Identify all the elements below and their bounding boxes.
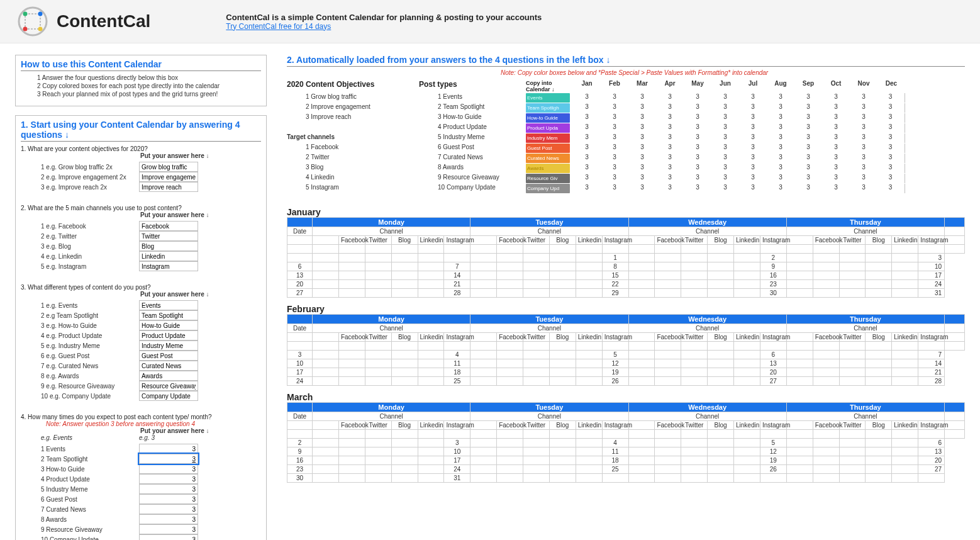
calendar-slot[interactable] bbox=[708, 474, 734, 483]
summary-target-cell[interactable]: 3 bbox=[767, 154, 794, 163]
summary-target-cell[interactable]: 3 bbox=[601, 123, 628, 133]
summary-target-cell[interactable]: 3 bbox=[684, 154, 711, 163]
calendar-slot[interactable] bbox=[813, 439, 839, 447]
q3-input[interactable] bbox=[139, 320, 198, 330]
calendar-slot[interactable] bbox=[813, 271, 839, 280]
calendar-slot[interactable] bbox=[734, 280, 760, 289]
calendar-slot[interactable] bbox=[365, 289, 391, 298]
calendar-date-cell[interactable]: 6 bbox=[760, 351, 786, 359]
calendar-slot[interactable] bbox=[813, 430, 839, 439]
calendar-end-cell[interactable]: 10 bbox=[918, 262, 945, 271]
calendar-slot[interactable] bbox=[523, 368, 550, 377]
calendar-date-cell[interactable] bbox=[760, 474, 786, 483]
calendar-slot[interactable] bbox=[549, 465, 576, 474]
summary-target-cell[interactable]: 3 bbox=[656, 103, 684, 113]
calendar-date-cell[interactable]: 2 bbox=[287, 439, 313, 447]
calendar-slot[interactable] bbox=[497, 351, 523, 359]
calendar-slot[interactable] bbox=[391, 271, 418, 280]
summary-target-cell[interactable]: 3 bbox=[573, 164, 601, 173]
calendar-slot[interactable] bbox=[576, 474, 602, 483]
summary-target-cell[interactable]: 3 bbox=[573, 103, 601, 113]
calendar-slot[interactable] bbox=[681, 465, 708, 474]
calendar-end-cell[interactable]: 31 bbox=[918, 289, 945, 298]
calendar-date-cell[interactable]: 4 bbox=[602, 439, 628, 447]
calendar-date-cell[interactable]: 3 bbox=[444, 439, 471, 447]
calendar-slot[interactable] bbox=[497, 289, 523, 298]
summary-target-cell[interactable]: 3 bbox=[767, 93, 794, 103]
calendar-date-cell[interactable]: 16 bbox=[760, 271, 786, 280]
calendar-slot[interactable] bbox=[786, 280, 813, 289]
calendar-slot[interactable] bbox=[497, 271, 523, 280]
calendar-slot[interactable] bbox=[892, 430, 918, 439]
calendar-slot[interactable] bbox=[576, 262, 602, 271]
calendar-slot[interactable] bbox=[523, 280, 550, 289]
calendar-slot[interactable] bbox=[760, 342, 786, 351]
calendar-slot[interactable] bbox=[734, 377, 760, 386]
calendar-slot[interactable] bbox=[391, 359, 418, 368]
calendar-slot[interactable] bbox=[549, 351, 576, 359]
calendar-slot[interactable] bbox=[549, 377, 576, 386]
calendar-slot[interactable] bbox=[576, 280, 602, 289]
q1-input[interactable] bbox=[139, 182, 198, 192]
calendar-date-cell[interactable]: 28 bbox=[444, 289, 471, 298]
calendar-slot[interactable] bbox=[338, 359, 365, 368]
calendar-blank-row[interactable] bbox=[945, 342, 965, 351]
summary-target-cell[interactable]: 3 bbox=[794, 164, 822, 173]
calendar-slot[interactable] bbox=[338, 280, 365, 289]
calendar-slot[interactable] bbox=[708, 447, 734, 456]
calendar-slot[interactable] bbox=[497, 359, 523, 368]
q3-input[interactable] bbox=[139, 371, 198, 381]
calendar-slot[interactable] bbox=[444, 342, 471, 351]
summary-target-cell[interactable]: 3 bbox=[628, 184, 656, 193]
q3-input[interactable] bbox=[139, 381, 198, 391]
calendar-slot[interactable] bbox=[628, 271, 655, 280]
calendar-slot[interactable] bbox=[549, 245, 576, 254]
calendar-slot[interactable] bbox=[523, 289, 550, 298]
summary-target-cell[interactable]: 3 bbox=[822, 174, 850, 183]
calendar-slot[interactable] bbox=[786, 271, 813, 280]
q3-input[interactable] bbox=[139, 391, 198, 401]
calendar-slot[interactable] bbox=[523, 342, 550, 351]
calendar-slot[interactable] bbox=[813, 456, 839, 465]
calendar-slot[interactable] bbox=[391, 280, 418, 289]
summary-target-cell[interactable]: 3 bbox=[628, 143, 656, 153]
summary-target-cell[interactable]: 3 bbox=[656, 93, 684, 103]
summary-target-cell[interactable]: 3 bbox=[850, 103, 877, 113]
calendar-slot[interactable] bbox=[866, 271, 892, 280]
q4-input[interactable] bbox=[139, 534, 198, 540]
summary-target-cell[interactable]: 3 bbox=[628, 103, 656, 113]
calendar-slot[interactable] bbox=[786, 254, 813, 262]
calendar-slot[interactable] bbox=[471, 254, 497, 262]
calendar-date-cell[interactable]: 4 bbox=[444, 351, 471, 359]
summary-target-cell[interactable]: 3 bbox=[628, 174, 656, 183]
calendar-date-cell[interactable]: 17 bbox=[444, 456, 471, 465]
calendar-slot[interactable] bbox=[313, 271, 339, 280]
calendar-slot[interactable] bbox=[497, 439, 523, 447]
summary-target-cell[interactable]: 3 bbox=[767, 113, 794, 123]
summary-target-cell[interactable]: 3 bbox=[656, 174, 684, 183]
calendar-slot[interactable] bbox=[892, 245, 918, 254]
calendar-slot[interactable] bbox=[313, 430, 339, 439]
calendar-slot[interactable] bbox=[839, 289, 866, 298]
summary-target-cell[interactable]: 3 bbox=[573, 133, 601, 143]
calendar-slot[interactable] bbox=[708, 439, 734, 447]
calendar-slot[interactable] bbox=[338, 447, 365, 456]
calendar-slot[interactable] bbox=[338, 368, 365, 377]
summary-target-cell[interactable]: 3 bbox=[877, 143, 905, 153]
calendar-slot[interactable] bbox=[681, 262, 708, 271]
calendar-slot[interactable] bbox=[839, 254, 866, 262]
calendar-date-cell[interactable]: 27 bbox=[760, 377, 786, 386]
calendar-date-cell[interactable]: 30 bbox=[287, 474, 313, 483]
calendar-slot[interactable] bbox=[523, 254, 550, 262]
q3-input[interactable] bbox=[139, 351, 198, 361]
calendar-slot[interactable] bbox=[313, 368, 339, 377]
calendar-end-cell[interactable]: 17 bbox=[918, 271, 945, 280]
calendar-end-cell[interactable]: 3 bbox=[918, 254, 945, 262]
calendar-slot[interactable] bbox=[497, 474, 523, 483]
summary-target-cell[interactable]: 3 bbox=[822, 154, 850, 163]
summary-target-cell[interactable]: 3 bbox=[850, 164, 877, 173]
calendar-slot[interactable] bbox=[338, 465, 365, 474]
calendar-slot[interactable] bbox=[681, 439, 708, 447]
calendar-date-cell[interactable]: 13 bbox=[287, 271, 313, 280]
calendar-slot[interactable] bbox=[576, 342, 602, 351]
